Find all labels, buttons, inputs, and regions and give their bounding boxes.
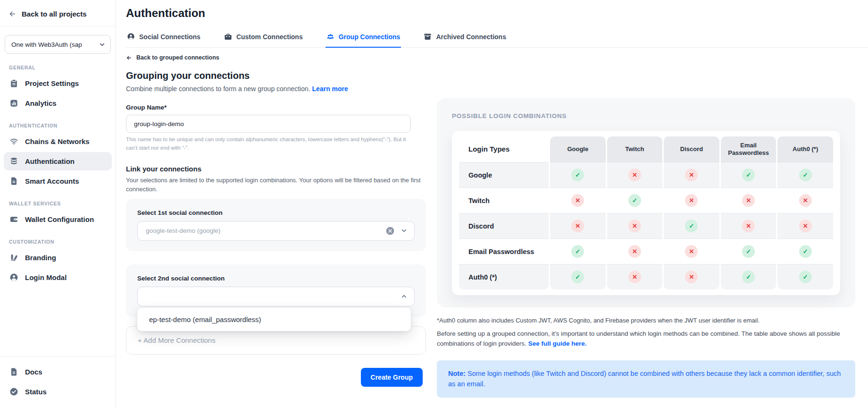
group-name-input[interactable]: [126, 115, 411, 133]
arrow-left-icon: [126, 55, 132, 61]
guide-paragraph: Before setting up a grouped connection, …: [437, 329, 855, 349]
combinations-table-card: Login TypesGoogleTwitchDiscordEmail Pass…: [452, 131, 840, 295]
wifi-icon: [9, 137, 18, 146]
sidebar-item-branding[interactable]: Branding: [4, 248, 112, 267]
tab-label: Custom Connections: [236, 33, 303, 41]
second-connection-select[interactable]: [137, 287, 415, 306]
tab-bar: Social ConnectionsCustom ConnectionsGrou…: [126, 30, 868, 48]
see-full-guide-link[interactable]: See full guide here.: [528, 340, 587, 347]
cell-supported: ✓: [607, 187, 663, 213]
chevron-down-icon: [99, 41, 106, 48]
check-icon: ✓: [799, 169, 812, 181]
sidebar-item-label: Smart Accounts: [25, 177, 79, 185]
tab-label: Archived Connections: [436, 33, 506, 41]
note-text: Some login methods (like Twitch and Disc…: [448, 370, 841, 388]
stack-icon: [9, 157, 18, 166]
user-circle-icon: [127, 33, 135, 41]
archive-icon: [424, 33, 432, 41]
back-to-all-projects-link[interactable]: Back to all projects: [0, 0, 116, 26]
cross-icon: ✕: [571, 220, 584, 232]
first-connection-select[interactable]: google-test-demo (google): [137, 221, 415, 241]
clear-icon[interactable]: [385, 226, 395, 236]
tab-group-connections[interactable]: Group Connections: [326, 30, 401, 48]
sidebar-item-login-modal[interactable]: Login Modal: [4, 268, 112, 287]
check-icon: ✓: [571, 271, 584, 283]
add-more-connections-label: + Add More Connections: [138, 336, 216, 344]
sidebar-item-chains-networks[interactable]: Chains & Networks: [4, 132, 112, 151]
second-connection-label: Select 2nd social connection: [137, 275, 415, 282]
app-window: Back to all projects One with Web3Auth (…: [0, 0, 868, 408]
sidebar-item-label: Wallet Configuration: [25, 215, 94, 223]
sidebar-item-authentication[interactable]: Authentication: [4, 152, 112, 170]
cross-icon: ✕: [742, 194, 755, 207]
first-connection-value: google-test-demo (google): [146, 227, 385, 234]
table-corner-header: Login Types: [459, 136, 549, 162]
link-connections-description: Your selections are limited to the suppo…: [126, 176, 422, 194]
link-connections-title: Link your connections: [126, 165, 426, 173]
cell-supported: ✓: [550, 162, 606, 187]
cross-icon: ✕: [628, 169, 641, 181]
clipboard-icon: [9, 79, 18, 88]
sidebar-item-project-settings[interactable]: Project Settings: [4, 74, 112, 93]
form-subheading-text: Combine multiple connections to form a n…: [126, 85, 310, 93]
dropdown-option-ep-test-demo[interactable]: ep-test-demo (email_passwordless): [137, 314, 411, 324]
create-group-button[interactable]: Create Group: [361, 368, 423, 387]
cross-icon: ✕: [685, 271, 698, 283]
project-selector[interactable]: One with Web3Auth (sap: [5, 35, 111, 54]
cell-unsupported: ✕: [550, 187, 606, 213]
learn-more-link[interactable]: Learn more: [312, 85, 348, 93]
column-header-google: Google: [550, 136, 606, 162]
table-row-email-passwordless: Email Passwordless✓✕✕✓✓: [459, 238, 833, 264]
check-icon: ✓: [742, 271, 755, 283]
sidebar-item-analytics[interactable]: Analytics: [4, 94, 112, 112]
row-label: Twitch: [459, 187, 549, 213]
back-to-grouped-connections-link[interactable]: Back to grouped connections: [126, 54, 426, 61]
document-icon: [9, 367, 18, 376]
sidebar-item-docs[interactable]: Docs: [4, 363, 112, 381]
cross-icon: ✕: [799, 194, 812, 207]
page-title: Authentication: [126, 7, 868, 20]
sidebar-item-label: Authentication: [25, 157, 75, 165]
tab-archived-connections[interactable]: Archived Connections: [423, 30, 507, 48]
cross-icon: ✕: [628, 271, 641, 283]
sidebar-item-label: Docs: [25, 368, 42, 376]
cross-icon: ✕: [571, 194, 584, 207]
check-icon: ✓: [571, 169, 584, 181]
combinations-panel: POSSIBLE LOGIN COMBINATIONS Login TypesG…: [437, 98, 855, 307]
form-heading: Grouping your connections: [126, 70, 426, 81]
sidebar-item-smart-accounts[interactable]: Smart Accounts: [4, 172, 112, 190]
cell-supported: ✓: [777, 264, 833, 289]
tab-social-connections[interactable]: Social Connections: [126, 30, 201, 48]
cell-unsupported: ✕: [664, 187, 719, 213]
table-row-google: Google✓✕✕✓✓: [459, 162, 833, 187]
wallet-icon: [9, 215, 18, 224]
tab-custom-connections[interactable]: Custom Connections: [223, 30, 304, 48]
table-row-auth0: Auth0 (*)✓✕✕✓✓: [459, 264, 833, 289]
form-subheading: Combine multiple connections to form a n…: [126, 85, 426, 93]
cell-supported: ✓: [721, 264, 776, 289]
group-form-column: Back to grouped connections Grouping you…: [126, 48, 426, 387]
sidebar-item-label: Analytics: [25, 99, 57, 107]
cell-supported: ✓: [721, 162, 776, 187]
cell-unsupported: ✕: [664, 238, 719, 264]
toolbox-icon: [224, 33, 232, 41]
cell-unsupported: ✕: [664, 162, 719, 187]
check-icon: ✓: [742, 245, 755, 258]
table-header-row: Login TypesGoogleTwitchDiscordEmail Pass…: [459, 136, 833, 162]
note-callout: Note: Some login methods (like Twitch an…: [437, 360, 855, 398]
main-content: Authentication Social ConnectionsCustom …: [116, 0, 868, 408]
note-prefix: Note:: [448, 370, 466, 377]
group-name-label: Group Name*: [126, 104, 426, 111]
sidebar-item-label: Login Modal: [25, 273, 67, 281]
group-name-helper: This name has to be unique and can only …: [126, 136, 411, 153]
sidebar: Back to all projects One with Web3Auth (…: [0, 0, 116, 408]
cell-unsupported: ✕: [721, 187, 776, 213]
cross-icon: ✕: [799, 220, 812, 232]
chevron-down-icon: [401, 227, 408, 234]
cell-supported: ✓: [777, 162, 833, 187]
cell-supported: ✓: [664, 213, 719, 238]
cross-icon: ✕: [685, 194, 698, 207]
cell-unsupported: ✕: [664, 264, 719, 289]
sidebar-item-status[interactable]: Status: [4, 382, 112, 401]
sidebar-item-wallet-configuration[interactable]: Wallet Configuration: [4, 210, 112, 229]
